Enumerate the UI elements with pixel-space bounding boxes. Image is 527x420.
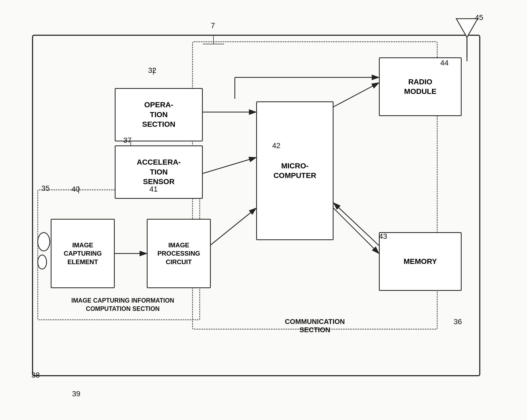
image-capturing-element-block: IMAGE CAPTURING ELEMENT [51,219,115,288]
ref-7-label: 7 [211,21,215,30]
ref-40-label: 40 [72,185,80,193]
image-processing-circuit-block: IMAGE PROCESSING CIRCUIT [147,219,211,288]
acceleration-sensor-block: ACCELERA- TION SENSOR [115,145,203,199]
ref-37-label: 37 [123,136,132,145]
svg-marker-17 [456,19,478,37]
ref-42-label: 42 [272,141,280,150]
ref-39-label: 39 [72,390,80,398]
ref-43-label: 43 [379,232,387,241]
microcomputer-block: MICRO- COMPUTER [256,101,334,240]
ref-45-label: 45 [475,13,483,22]
ref-38-label: 38 [31,371,40,379]
ref-36-label: 36 [454,318,462,326]
ref-32-label: 32 [148,66,156,75]
radio-module-block: RADIO MODULE [379,57,462,116]
ref-44-label: 44 [440,59,449,67]
lens-symbol [37,232,50,270]
image-capturing-info-label: IMAGE CAPTURING INFORMATION COMPUTATION … [40,296,205,313]
antenna-symbol [451,16,483,59]
lens-circle-1 [37,232,50,251]
ref-35-label: 35 [41,184,50,193]
lens-circle-2 [37,255,47,270]
operation-section-block: OPERA- TION SECTION [115,88,203,141]
ref-41-label: 41 [149,185,158,193]
communication-section-label: COMMUNICATION SECTION [197,318,432,334]
memory-block: MEMORY [379,232,462,291]
